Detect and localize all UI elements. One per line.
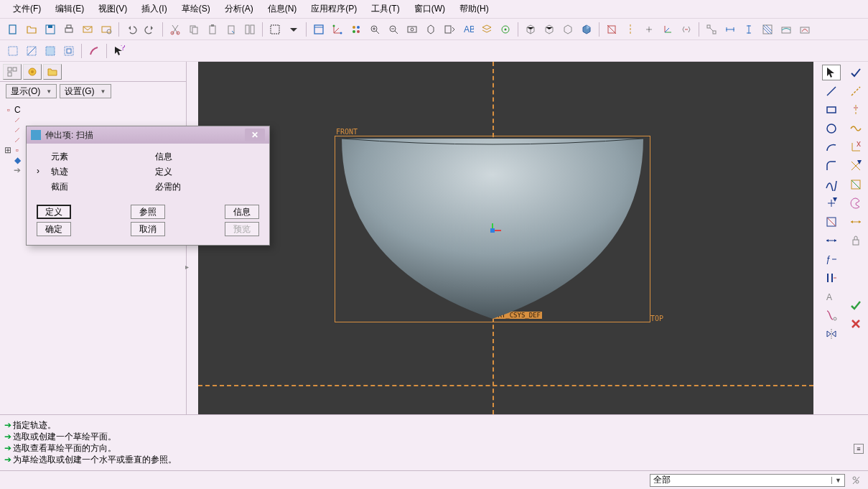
tree-tab-layer-icon[interactable] (23, 64, 42, 80)
tree-tab-model-icon[interactable] (3, 64, 22, 80)
datum-point-disp-icon[interactable] (640, 21, 658, 38)
annotation-icon[interactable]: AB (459, 21, 477, 38)
dialog-titlebar[interactable]: 伸出项: 扫描 ✕ (27, 126, 269, 144)
cancel-button[interactable]: 取消 (131, 222, 165, 236)
wave-tool-icon[interactable] (846, 121, 865, 136)
modify-tool-icon[interactable]: ƒ (822, 251, 841, 267)
annotation-disp-icon[interactable] (678, 21, 695, 38)
ok-button[interactable]: 确定 (37, 222, 71, 236)
tree-tab-folder-icon[interactable] (43, 64, 62, 80)
spin-center-icon[interactable] (497, 21, 514, 38)
viewport-3d[interactable]: FRONT TOP PRT_CSYS_DEF (198, 62, 813, 414)
pointer-tool-icon[interactable] (822, 65, 841, 80)
paste-icon[interactable] (204, 21, 221, 38)
menu-sketch[interactable]: 草绘(S) (174, 0, 218, 18)
text-tool-icon[interactable]: A (822, 289, 841, 304)
email-attach-icon[interactable] (98, 21, 115, 38)
shaded-icon[interactable] (578, 21, 595, 38)
dim-vert-icon[interactable] (740, 21, 757, 38)
hidden-line-icon[interactable] (541, 21, 558, 38)
menu-info[interactable]: 信息(N) (261, 0, 304, 18)
row-section[interactable]: 截面 (51, 181, 155, 193)
ref-dim-tool-icon[interactable] (846, 214, 865, 230)
define-button[interactable]: 定义 (37, 205, 71, 219)
paste-special-icon[interactable] (223, 21, 240, 38)
circle-tool-icon[interactable] (822, 121, 841, 136)
curve-disp-icon[interactable] (796, 21, 813, 38)
copy-icon[interactable] (185, 21, 202, 38)
dialog-close-icon[interactable]: ✕ (245, 129, 265, 141)
dimension-tool-icon[interactable] (822, 233, 841, 248)
menu-help[interactable]: 帮助(H) (452, 0, 496, 18)
zoom-out-icon[interactable] (385, 21, 402, 38)
offset-edge-tool-icon[interactable] (846, 177, 865, 192)
status-filter-icon[interactable] (849, 474, 862, 487)
csys-disp-icon[interactable] (659, 21, 676, 38)
sketch-done-icon[interactable] (846, 297, 865, 313)
line-tool-icon[interactable] (822, 83, 841, 99)
help-pointer-icon[interactable]: ? (111, 42, 128, 60)
relations-icon[interactable] (703, 21, 720, 38)
cut-icon[interactable] (167, 21, 184, 38)
zoom-fit-icon[interactable] (403, 21, 421, 38)
wireframe-icon[interactable] (522, 21, 539, 38)
new-file-icon[interactable] (4, 21, 22, 38)
menu-app[interactable]: 应用程序(P) (304, 0, 364, 18)
window-icon[interactable] (310, 21, 327, 38)
sel-region-icon[interactable] (42, 42, 59, 60)
print-icon[interactable] (60, 21, 78, 38)
spline-tool-icon[interactable] (822, 177, 841, 192)
sketch-quit-icon[interactable] (846, 316, 865, 332)
section-disp-icon[interactable] (759, 21, 776, 38)
ref-point-tool-icon[interactable]: ▾ (846, 158, 865, 174)
axis-tool-icon[interactable] (846, 102, 865, 118)
datum-axis-disp-icon[interactable] (622, 21, 639, 38)
point-tool-icon[interactable]: ▾ (822, 195, 841, 211)
palette-tool-icon[interactable] (846, 195, 865, 211)
undo-icon[interactable] (123, 21, 140, 38)
constraint-tool-icon[interactable] (822, 270, 841, 286)
use-edge-tool-icon[interactable] (822, 214, 841, 230)
datum-plane-disp-icon[interactable] (603, 21, 620, 38)
reference-button[interactable]: 参照 (131, 205, 165, 219)
cline-tool-icon[interactable] (846, 83, 865, 99)
menu-analysis[interactable]: 分析(A) (218, 0, 261, 18)
sel-all-icon[interactable] (4, 42, 22, 60)
view-manager-icon[interactable] (347, 21, 365, 38)
menu-view[interactable]: 视图(V) (91, 0, 134, 18)
sel-chain-icon[interactable] (23, 42, 40, 60)
lock-dim-tool-icon[interactable] (846, 233, 865, 248)
mirror-tool-icon[interactable] (822, 326, 841, 342)
select-rect-icon[interactable] (266, 21, 284, 38)
layers-icon[interactable] (478, 21, 495, 38)
saved-view-icon[interactable] (441, 21, 458, 38)
no-hidden-icon[interactable] (559, 21, 577, 38)
menu-tools[interactable]: 工具(T) (364, 0, 406, 18)
settings-dropdown[interactable]: 设置(G) (60, 84, 111, 98)
arc-tool-icon[interactable] (822, 139, 841, 155)
select-rect-dd-icon[interactable] (285, 21, 302, 38)
menu-file[interactable]: 文件(F) (6, 0, 48, 18)
surface-disp-icon[interactable] (778, 21, 795, 38)
regenerate-icon[interactable] (241, 21, 258, 38)
zoom-in-icon[interactable] (366, 21, 383, 38)
trim-tool-icon[interactable] (822, 307, 841, 323)
open-icon[interactable] (23, 21, 40, 38)
save-icon[interactable] (42, 21, 59, 38)
redo-icon[interactable] (141, 21, 159, 38)
fillet-tool-icon[interactable] (822, 158, 841, 174)
orient-icon[interactable] (422, 21, 439, 38)
menu-edit[interactable]: 编辑(E) (48, 0, 91, 18)
info-button[interactable]: 信息 (225, 205, 259, 219)
row-trajectory[interactable]: 轨迹 (51, 166, 155, 178)
display-dropdown[interactable]: 显示(O) (6, 84, 57, 98)
menu-insert[interactable]: 插入(I) (134, 0, 174, 18)
coord-tool-icon[interactable]: x (846, 139, 865, 155)
dim-horiz-icon[interactable] (722, 21, 739, 38)
rect-tool-icon[interactable] (822, 102, 841, 118)
email-icon[interactable] (79, 21, 96, 38)
message-scroll-icon[interactable]: ≡ (854, 444, 864, 454)
selection-filter-combo[interactable]: 全部 (650, 474, 845, 487)
menu-window[interactable]: 窗口(W) (407, 0, 452, 18)
brush-icon[interactable] (85, 42, 103, 60)
